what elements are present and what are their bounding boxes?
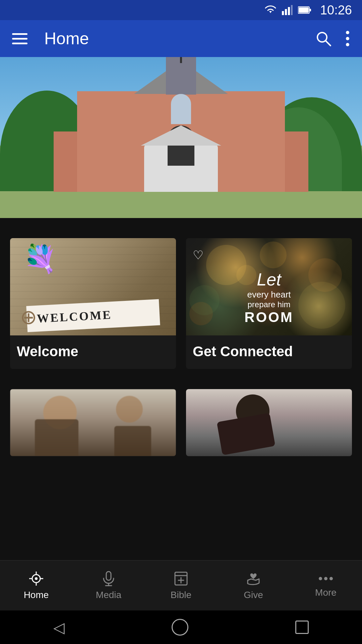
search-icon[interactable] [315, 30, 332, 47]
nav-item-media[interactable]: Media [72, 560, 145, 610]
rope-knot: ⊕ [20, 305, 37, 329]
church-cross-v [180, 57, 182, 63]
nav-label-more: More [315, 587, 337, 598]
card-grid-bottom [10, 389, 352, 456]
give-nav-icon [246, 571, 261, 586]
connected-text-overlay: Let every heart prepare him ROOM [203, 269, 336, 325]
nav-item-bible[interactable]: Bible [145, 560, 217, 610]
svg-point-9 [346, 31, 349, 34]
app-bar: Home [0, 20, 362, 57]
connected-bg: ♡ Let every heart prepare him ROOM [186, 238, 352, 335]
status-time: 10:26 [320, 3, 352, 17]
every-heart-text: every heart [203, 289, 336, 300]
recents-button[interactable] [295, 621, 309, 634]
nav-label-bible: Bible [171, 590, 191, 600]
wifi-icon [264, 5, 277, 15]
welcome-card[interactable]: WELCOME ⊕ Welcome [10, 238, 176, 369]
battery-icon [298, 6, 311, 14]
heart-icon: ♡ [193, 248, 203, 262]
signal-icon [282, 5, 293, 15]
back-button[interactable]: ◁ [53, 619, 65, 636]
hamburger-icon[interactable] [12, 33, 27, 44]
hero-ground [0, 191, 362, 218]
prayer-card[interactable] [186, 389, 352, 456]
svg-point-25 [319, 577, 322, 580]
svg-line-8 [325, 41, 330, 46]
nav-item-give[interactable]: Give [217, 560, 290, 610]
home-nav-icon [28, 571, 44, 586]
svg-rect-1 [285, 9, 287, 15]
more-options-icon[interactable] [345, 30, 350, 47]
room-text: ROOM [203, 309, 336, 325]
svg-point-10 [346, 37, 349, 40]
nav-item-more[interactable]: More [290, 560, 362, 610]
nav-label-give: Give [244, 590, 263, 600]
card-grid-top: WELCOME ⊕ Welcome [10, 228, 352, 386]
bottom-nav: Home Media Bible Give [0, 560, 362, 610]
page-title: Home [44, 29, 305, 48]
get-connected-card-image: ♡ Let every heart prepare him ROOM [186, 238, 352, 335]
svg-point-13 [35, 577, 38, 580]
svg-point-26 [324, 577, 327, 580]
media-nav-icon [101, 571, 116, 586]
nav-item-home[interactable]: Home [0, 560, 72, 610]
system-nav: ◁ [0, 610, 362, 644]
welcome-card-label: Welcome [10, 335, 176, 369]
let-text: Let [203, 269, 336, 289]
flower-purple [23, 243, 57, 275]
church-portico [144, 145, 218, 192]
prepare-text: prepare him [203, 300, 336, 309]
nav-label-media: Media [96, 590, 121, 600]
more-nav-icon [318, 573, 334, 584]
hero-image [0, 57, 362, 218]
svg-rect-2 [288, 7, 290, 15]
church-window [171, 94, 191, 124]
status-bar: 10:26 [0, 0, 362, 20]
nav-label-home: Home [24, 590, 49, 600]
media-card[interactable] [10, 389, 176, 456]
svg-rect-3 [291, 5, 293, 15]
svg-rect-5 [309, 9, 311, 11]
svg-rect-6 [299, 7, 309, 13]
get-connected-card-label: Get Connected [186, 335, 352, 369]
svg-point-11 [346, 43, 349, 46]
svg-rect-18 [106, 572, 111, 580]
content-area: WELCOME ⊕ Welcome [0, 218, 362, 456]
get-connected-card[interactable]: ♡ Let every heart prepare him ROOM Get C… [186, 238, 352, 369]
status-icons: 10:26 [264, 3, 352, 17]
church-portico-roof [141, 125, 221, 146]
welcome-card-image: WELCOME ⊕ [10, 238, 176, 335]
app-bar-actions [315, 30, 350, 47]
svg-point-27 [329, 577, 333, 580]
welcome-bg: WELCOME ⊕ [10, 238, 176, 335]
bible-nav-icon [173, 571, 189, 586]
home-button[interactable] [172, 619, 188, 636]
svg-rect-0 [282, 11, 284, 15]
